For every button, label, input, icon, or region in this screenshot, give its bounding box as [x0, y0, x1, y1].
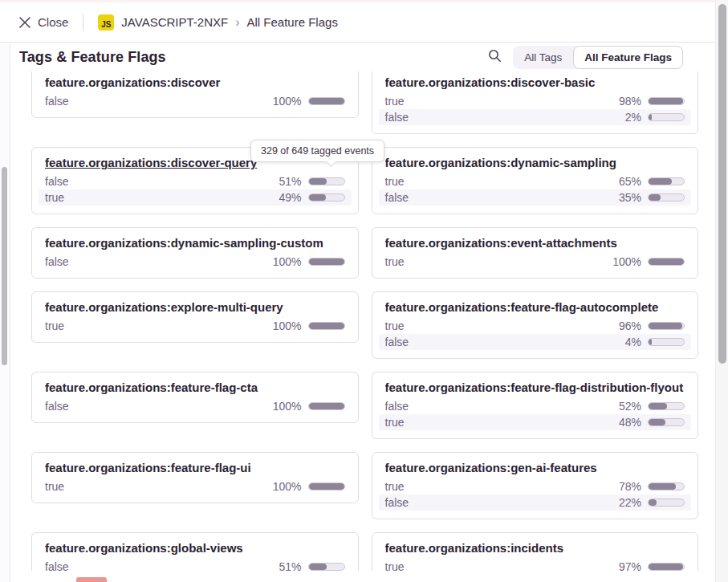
feature-flag-card: feature.organizations:gen-ai-features tr…	[372, 452, 699, 519]
flag-distribution-bar[interactable]	[648, 177, 685, 185]
flag-value-percent: 49%	[279, 191, 301, 204]
flag-distribution-bar[interactable]	[308, 322, 345, 330]
flag-distribution-bar-fill	[309, 98, 344, 104]
flag-distribution-bar-fill	[309, 178, 327, 185]
feature-flag-card: feature.organizations:dynamic-sampling t…	[372, 147, 699, 214]
flag-distribution-bar[interactable]	[308, 402, 345, 410]
background-page-strip	[0, 43, 10, 582]
flag-distribution-bar-fill	[649, 403, 667, 409]
flag-value-row: true65%	[379, 173, 692, 189]
feature-flag-card: feature.organizations:feature-flag-autoc…	[372, 291, 699, 359]
feature-flag-card: feature.organizations:feature-flag-cta f…	[31, 372, 359, 423]
flag-value-label: true	[385, 255, 405, 268]
flag-distribution-bar[interactable]	[648, 97, 685, 105]
tab-all-feature-flags[interactable]: All Feature Flags	[573, 46, 683, 69]
feature-flag-card: feature.organizations:global-views false…	[31, 532, 359, 571]
feature-flag-card: feature.organizations:discover-basic tru…	[372, 71, 699, 134]
feature-flag-card: feature.organizations:dynamic-sampling-c…	[31, 227, 359, 279]
flag-distribution-bar[interactable]	[648, 322, 685, 330]
flag-distribution-bar-fill	[309, 323, 344, 329]
flag-value-label: false	[385, 400, 409, 413]
flag-value-row: true98%	[379, 93, 692, 109]
flag-value-label: true	[385, 95, 405, 108]
flag-value-percent: 22%	[619, 496, 641, 509]
feature-flag-card: feature.organizations:incidents true97%f…	[372, 532, 699, 571]
view-toggle: All Tags All Feature Flags	[513, 46, 683, 69]
feature-flag-name-link[interactable]: feature.organizations:discover	[45, 75, 345, 91]
flag-distribution-bar-fill	[309, 258, 344, 265]
close-icon	[19, 17, 31, 28]
flag-distribution-bar[interactable]	[308, 177, 345, 185]
flag-value-label: false	[45, 255, 69, 268]
flag-distribution-bar[interactable]	[648, 402, 685, 410]
feature-flag-name-link[interactable]: feature.organizations:dynamic-sampling-c…	[45, 235, 345, 251]
feature-flag-name-link[interactable]: feature.organizations:discover-basic	[385, 75, 685, 91]
close-button[interactable]: Close	[19, 15, 68, 29]
flag-distribution-bar[interactable]	[308, 258, 345, 266]
vertical-scrollbar[interactable]	[715, 0, 728, 582]
flag-value-label: false	[385, 496, 409, 509]
feature-flag-name-link[interactable]: feature.organizations:feature-flag-ui	[45, 460, 345, 476]
flag-value-percent: 100%	[273, 95, 302, 108]
flag-distribution-bar-fill	[649, 98, 683, 104]
flag-value-row: true100%	[379, 254, 692, 270]
tab-all-tags[interactable]: All Tags	[513, 46, 573, 69]
flag-distribution-bar-fill	[309, 483, 344, 490]
search-button[interactable]	[488, 49, 502, 66]
flag-value-percent: 100%	[273, 480, 302, 493]
flag-value-row: false2%	[379, 109, 692, 125]
flag-distribution-bar[interactable]	[648, 418, 685, 426]
feature-flag-name-link[interactable]: feature.organizations:event-attachments	[385, 235, 685, 251]
flag-value-row: false51%	[39, 559, 352, 571]
background-scrollbar-thumb[interactable]	[2, 167, 7, 365]
feature-flag-name-link[interactable]: feature.organizations:feature-flag-distr…	[385, 380, 685, 396]
feature-flag-name-link[interactable]: feature.organizations:explore-multi-quer…	[45, 299, 345, 315]
breadcrumb-project[interactable]: JAVASCRIPT-2NXF	[121, 15, 228, 29]
feature-flag-card: feature.organizations:explore-multi-quer…	[31, 291, 359, 343]
feature-flag-name-link[interactable]: feature.organizations:feature-flag-autoc…	[385, 299, 685, 315]
flag-distribution-bar-fill	[649, 499, 657, 506]
flag-distribution-bar[interactable]	[648, 338, 685, 346]
flag-distribution-bar[interactable]	[648, 482, 685, 490]
tooltip-text: 329 of 649 tagged events	[261, 145, 374, 157]
flag-value-label: false	[45, 175, 69, 188]
flag-distribution-bar[interactable]	[648, 113, 685, 121]
flag-distribution-bar[interactable]	[648, 193, 685, 201]
flag-value-row: true97%	[379, 559, 692, 571]
flag-value-label: true	[385, 560, 405, 571]
feature-flag-name-link[interactable]: feature.organizations:gen-ai-features	[385, 460, 685, 476]
flag-value-label: false	[385, 336, 409, 348]
feature-flag-name-link[interactable]: feature.organizations:incidents	[385, 540, 685, 556]
feature-flag-name-link[interactable]: feature.organizations:global-views	[45, 540, 345, 556]
flag-value-percent: 2%	[625, 111, 641, 124]
flag-distribution-bar-fill	[309, 403, 344, 409]
flag-value-label: true	[385, 480, 405, 493]
flag-distribution-bar-fill	[649, 483, 676, 490]
flag-distribution-bar[interactable]	[308, 482, 345, 490]
feature-flag-name-link[interactable]: feature.organizations:feature-flag-cta	[45, 380, 345, 396]
close-label: Close	[38, 15, 68, 29]
flag-distribution-bar-fill	[649, 114, 652, 120]
flag-distribution-bar[interactable]	[308, 193, 345, 201]
flag-distribution-bar-fill	[309, 564, 327, 570]
flag-value-row: true100%	[39, 318, 352, 334]
flag-value-percent: 65%	[619, 175, 641, 188]
feature-flag-card: feature.organizations:feature-flag-distr…	[372, 372, 699, 439]
search-icon	[488, 49, 502, 66]
flag-value-label: true	[385, 175, 405, 188]
vertical-scrollbar-thumb[interactable]	[718, 4, 726, 364]
panel-header: Tags & Feature Flags All Tags All Featur…	[0, 43, 715, 71]
flag-distribution-bar-fill	[649, 339, 652, 345]
flag-distribution-bar-fill	[649, 194, 661, 201]
flag-distribution-bar[interactable]	[308, 97, 345, 105]
flag-value-label: true	[45, 319, 64, 332]
flag-distribution-bar-fill	[649, 178, 672, 185]
feature-flag-name-link[interactable]: feature.organizations:dynamic-sampling	[385, 155, 685, 171]
flag-value-percent: 52%	[619, 400, 641, 413]
flag-distribution-bar[interactable]	[308, 563, 345, 571]
tagged-events-tooltip: 329 of 649 tagged events	[250, 140, 384, 162]
flag-distribution-bar[interactable]	[648, 563, 685, 571]
flag-value-label: true	[385, 319, 405, 332]
flag-distribution-bar[interactable]	[648, 258, 685, 266]
flag-distribution-bar[interactable]	[648, 499, 685, 507]
